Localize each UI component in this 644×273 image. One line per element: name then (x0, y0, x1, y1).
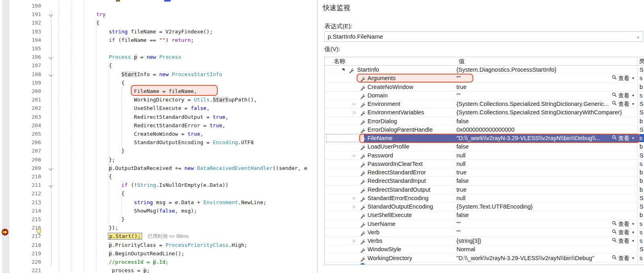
current-statement-breakpoint-icon[interactable] (1, 228, 9, 236)
expression-combobox[interactable]: p.StartInfo.FileName ˅ (324, 31, 643, 42)
code-line[interactable]: { (58, 19, 99, 27)
watch-row-UserName[interactable]: UserName""查看▼s (325, 220, 644, 228)
watch-row-Verb[interactable]: Verb""查看▼s (325, 228, 644, 237)
collapse-arrow-icon[interactable] (342, 66, 347, 74)
code-line[interactable]: ShowMsg(false, msg); (58, 207, 197, 215)
dropdown-arrow-icon[interactable]: ▼ (631, 228, 635, 237)
view-label: 查看 (618, 254, 630, 263)
expand-arrow-icon[interactable]: ▷ (353, 194, 358, 203)
view-button[interactable]: 查看▼ (612, 237, 635, 245)
watch-row-RedirectStandardInput[interactable]: RedirectStandardInputfalseb (325, 177, 644, 185)
expand-arrow-icon[interactable]: ▷ (353, 108, 358, 117)
code-line[interactable]: { (58, 79, 124, 87)
code-line[interactable]: UseShellExecute = false, (58, 104, 210, 112)
watch-row-RedirectStandardOutput[interactable]: RedirectStandardOutputtrueb (325, 186, 644, 194)
code-line[interactable]: //processId = p.Id; (58, 258, 169, 266)
view-label: 查看 (618, 220, 630, 228)
line-number: 214 (16, 207, 41, 215)
watch-row-CreateNoWindow[interactable]: CreateNoWindowtrueb (325, 83, 644, 91)
code-line[interactable]: { (58, 61, 112, 70)
view-button[interactable]: 查看▼ (612, 228, 635, 237)
watch-row-Domain[interactable]: Domain""查看▼s (325, 91, 644, 100)
code-line[interactable]: if (fileName == "") return; (58, 36, 194, 44)
chevron-down-icon[interactable]: ˅ (637, 35, 641, 39)
watch-row-PasswordInClearText[interactable]: PasswordInClearTextnulls (325, 160, 644, 168)
code-line[interactable]: try (58, 10, 105, 19)
watch-row-StandardOutputEncoding[interactable]: ▷StandardOutputEncoding{System.Text.UTF8… (325, 203, 644, 211)
fold-chevron-icon[interactable] (48, 72, 54, 80)
code-line[interactable]: p.OutputDataReceived += new DataReceived… (58, 164, 307, 172)
code-editor[interactable]: 1901911921931941951961971981992002012022… (0, 0, 317, 273)
watch-row-Arguments[interactable]: Arguments""查看▼s (325, 74, 644, 83)
column-header-name[interactable]: 名称 (334, 58, 345, 65)
expand-arrow-icon[interactable]: ▷ (353, 151, 358, 160)
code-line[interactable]: if (!String.IsNullOrEmpty(e.Data)) (58, 181, 229, 189)
view-button[interactable]: 查看▼ (612, 91, 635, 100)
watch-row-Verbs[interactable]: ▷Verbs{string[3]}查看▼s (325, 237, 644, 245)
row-name: StartInfo (357, 66, 379, 74)
dropdown-arrow-icon[interactable]: ▼ (631, 220, 635, 228)
view-button[interactable]: 查看▼ (612, 134, 635, 143)
watch-row-WorkingDirectory[interactable]: WorkingDirectory"D:\\_work\\v2rayN-3.29-… (325, 254, 644, 263)
line-number: 211 (16, 181, 41, 189)
property-wrench-icon (360, 168, 365, 177)
lightbulb-icon[interactable] (35, 228, 42, 236)
fold-chevron-icon[interactable] (48, 165, 54, 174)
fold-chevron-icon[interactable] (48, 54, 54, 63)
code-line[interactable]: }; (58, 155, 115, 164)
code-line[interactable]: RedirectStandardError = true, (58, 121, 225, 130)
code-line[interactable]: { (58, 172, 112, 181)
watch-row-StandardErrorEncoding[interactable]: ▷StandardErrorEncodingnullS (325, 194, 644, 203)
watch-row-FileName[interactable]: FileName"D:\\_work\\v2rayN-3.29-VLESS\\v… (325, 134, 644, 143)
view-button[interactable]: 查看▼ (612, 74, 635, 83)
code-line[interactable]: { (58, 189, 124, 198)
watch-row-StartInfo[interactable]: StartInfo{System.Diagnostics.ProcessStar… (325, 66, 644, 74)
code-line[interactable]: string fileName = V2rayFindexe(); (58, 27, 213, 36)
code-line[interactable]: RedirectStandardOutput = true, (58, 113, 229, 121)
code-line[interactable]: p.PriorityClass = ProcessPriorityClass.H… (58, 241, 248, 249)
code-line[interactable]: }); (58, 223, 118, 232)
expand-arrow-icon[interactable]: ▷ (353, 237, 358, 245)
watch-row-Environment[interactable]: ▷Environment{System.Collections.Speciali… (325, 100, 644, 108)
expand-arrow-icon[interactable]: ▷ (353, 100, 358, 108)
code-line[interactable]: p.BeginOutputReadLine(); (58, 249, 184, 258)
view-button[interactable]: 查看▼ (612, 100, 635, 108)
dropdown-arrow-icon[interactable]: ▼ (631, 237, 635, 245)
watch-row-Password[interactable]: ▷PasswordnullS (325, 151, 644, 160)
property-wrench-icon (360, 74, 365, 83)
watch-row-ErrorDialog[interactable]: ErrorDialogfalseb (325, 117, 644, 126)
row-type: s (640, 74, 642, 83)
row-name: CreateNoWindow (367, 83, 413, 91)
dropdown-arrow-icon[interactable]: ▼ (631, 134, 635, 143)
code-line[interactable]: Process p = new Process (58, 53, 181, 61)
code-line[interactable]: process = p; (58, 266, 150, 273)
code-line[interactable]: } (58, 147, 124, 155)
fold-chevron-icon[interactable] (48, 12, 54, 20)
dropdown-arrow-icon[interactable]: ▼ (631, 74, 635, 83)
table-header[interactable]: 名称 值 类型 (325, 57, 644, 66)
code-line[interactable]: WorkingDirectory = Utils.StartupPath(), (58, 95, 257, 104)
code-line[interactable]: } (58, 215, 124, 223)
code-line[interactable]: CreateNoWindow = true, (58, 130, 203, 138)
dropdown-arrow-icon[interactable]: ▼ (631, 254, 635, 263)
view-button[interactable]: 查看▼ (612, 254, 635, 263)
column-header-value[interactable]: 值 (459, 58, 465, 65)
watch-row-ErrorDialogParentHandle[interactable]: ErrorDialogParentHandle0x000000000000000… (325, 126, 644, 134)
watch-row-EnvironmentVariables[interactable]: ▷EnvironmentVariables{System.Collections… (325, 108, 644, 117)
watch-row-RedirectStandardError[interactable]: RedirectStandardErrortrueb (325, 168, 644, 177)
column-header-type[interactable]: 类型 (639, 58, 644, 65)
code-line[interactable]: FileName = fileName, (58, 87, 197, 95)
code-line[interactable]: StartInfo = new ProcessStartInfo (58, 70, 222, 79)
watch-row-LoadUserProfile[interactable]: LoadUserProfilefalseb (325, 143, 644, 151)
code-line[interactable]: StandardOutputEncoding = Encoding.UTF8 (58, 138, 254, 147)
dropdown-arrow-icon[interactable]: ▼ (631, 91, 635, 100)
expand-arrow-icon[interactable]: ▷ (353, 203, 358, 211)
watch-row-WindowStyle[interactable]: WindowStyleNormalS (325, 245, 644, 254)
fold-chevron-icon[interactable] (48, 182, 54, 191)
code-line[interactable]: string msg = e.Data + Environment.NewLin… (58, 198, 266, 207)
row-value: true (456, 83, 466, 91)
watch-row-UseShellExecute[interactable]: UseShellExecutefalseb (325, 211, 644, 219)
code-line[interactable]: p.Start();已用时间 <= 98ms (58, 232, 189, 241)
view-button[interactable]: 查看▼ (612, 220, 635, 228)
dropdown-arrow-icon[interactable]: ▼ (631, 100, 635, 108)
